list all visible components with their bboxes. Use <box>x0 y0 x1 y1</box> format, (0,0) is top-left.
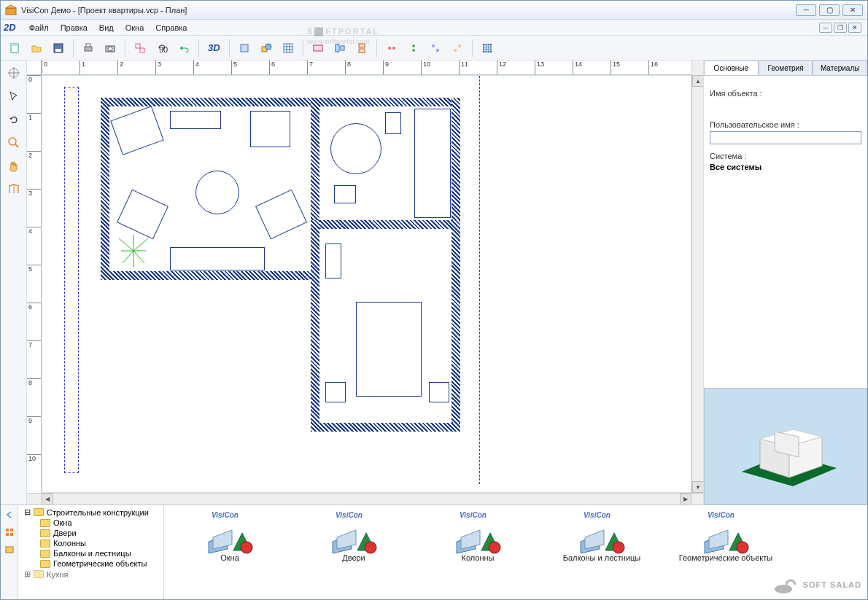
tree-item-doors[interactable]: Двери <box>20 528 162 538</box>
maximize-button[interactable]: ▢ <box>819 4 840 16</box>
wall[interactable] <box>311 220 460 229</box>
vertical-ruler[interactable]: 012345678910 <box>27 75 42 493</box>
close-button[interactable]: ✕ <box>842 4 863 16</box>
furniture-plant[interactable] <box>115 233 152 269</box>
mdi-restore[interactable]: ❐ <box>834 23 847 33</box>
furniture-chair[interactable] <box>385 112 401 134</box>
ruler-tick: 0 <box>42 61 47 74</box>
origin-tool[interactable] <box>4 63 24 82</box>
mode-2d-label[interactable]: 2D <box>4 22 16 33</box>
scroll-up-button[interactable]: ▲ <box>692 75 704 87</box>
svg-rect-24 <box>359 44 365 47</box>
ruler-tick: 8 <box>27 378 41 386</box>
furniture-round-table[interactable] <box>195 171 239 214</box>
wall[interactable] <box>101 98 109 280</box>
ruler-tick: 4 <box>27 227 41 235</box>
dist4-button[interactable] <box>448 39 467 58</box>
tab-materials[interactable]: Материалы <box>813 61 867 75</box>
rotate-tool[interactable] <box>4 110 24 129</box>
menu-view[interactable]: Вид <box>93 22 120 34</box>
align1-button[interactable] <box>330 39 349 58</box>
scroll-left-button[interactable]: ◀ <box>42 494 53 505</box>
hand-tool[interactable] <box>4 157 24 176</box>
wall[interactable] <box>452 220 460 432</box>
scroll-right-button[interactable]: ▶ <box>680 494 691 505</box>
furniture-round-table[interactable] <box>330 123 381 174</box>
folder-icon <box>34 570 44 578</box>
print-button[interactable] <box>79 39 98 58</box>
catalog-item[interactable]: VisiCon Колонны <box>427 513 529 592</box>
property-tabs: Основные Геометрия Материалы <box>704 61 867 76</box>
window-tool-button[interactable] <box>235 39 254 58</box>
tab-basic[interactable]: Основные <box>704 61 759 75</box>
vertical-scrollbar[interactable]: ▲ ▼ <box>691 75 703 493</box>
furniture-kitchen-counter[interactable] <box>414 109 451 218</box>
mdi-close[interactable]: ✕ <box>848 23 861 33</box>
floor-plan-canvas[interactable] <box>42 75 691 493</box>
wall[interactable] <box>311 423 460 432</box>
wall[interactable] <box>101 271 319 280</box>
new-file-button[interactable] <box>5 39 24 58</box>
catalog-settings-button[interactable] <box>2 543 17 556</box>
user-name-input[interactable] <box>710 131 861 144</box>
rotate-90-button[interactable]: 90 <box>152 39 171 58</box>
tree-root[interactable]: ⊟Строительные конструкции <box>20 507 162 518</box>
undo-button[interactable] <box>174 39 193 58</box>
furniture-chair[interactable] <box>334 185 356 203</box>
catalog-tree[interactable]: ⊟Строительные конструкции Окна Двери Кол… <box>18 505 164 599</box>
tree-item-windows[interactable]: Окна <box>20 518 162 528</box>
pointer-tool[interactable] <box>4 87 24 106</box>
furniture-armchair[interactable] <box>250 111 290 147</box>
zoom-tool[interactable] <box>4 133 24 152</box>
furniture-nightstand[interactable] <box>429 382 449 402</box>
dist3-button[interactable] <box>426 39 445 58</box>
scroll-down-button[interactable]: ▼ <box>692 481 704 493</box>
menu-edit[interactable]: Правка <box>55 22 93 34</box>
tree-item-balconies[interactable]: Балконы и лестницы <box>20 548 162 558</box>
catalog-item[interactable]: VisiCon Окна <box>179 513 281 592</box>
tab-geometry[interactable]: Геометрия <box>759 61 813 75</box>
catalog-back-button[interactable] <box>2 508 17 521</box>
tree-item-geometry[interactable]: Геометрические объекты <box>20 558 162 569</box>
ruler-tick: 14 <box>573 61 582 74</box>
ruler-tick: 15 <box>611 61 620 74</box>
catalog-item[interactable]: VisiCon Двери <box>303 513 405 592</box>
horizontal-ruler[interactable]: 012345678910111213141516 <box>42 61 691 75</box>
furniture-wardrobe[interactable] <box>325 243 341 278</box>
snap-grid-button[interactable] <box>478 39 497 58</box>
horizontal-scrollbar[interactable]: ◀ ▶ <box>27 493 703 504</box>
preview-3d[interactable] <box>704 388 867 504</box>
furniture-bed[interactable] <box>356 302 422 397</box>
menu-file[interactable]: Файл <box>23 22 55 34</box>
wall[interactable] <box>311 98 460 106</box>
minimize-button[interactable]: ─ <box>796 4 816 16</box>
catalog-view-button[interactable] <box>2 526 17 539</box>
tree-item-overflow[interactable]: ⊞Кухня <box>20 569 162 580</box>
catalog-item-icon: VisiCon <box>204 513 255 549</box>
menu-windows[interactable]: Окна <box>120 22 150 34</box>
wall[interactable] <box>311 220 319 432</box>
svg-point-72 <box>365 542 376 553</box>
grid-button[interactable] <box>279 39 298 58</box>
save-button[interactable] <box>49 39 68 58</box>
furniture-shelf[interactable] <box>170 111 221 129</box>
dist2-button[interactable] <box>404 39 423 58</box>
open-file-button[interactable] <box>27 39 46 58</box>
group-button[interactable] <box>131 39 150 58</box>
mode-3d-button[interactable]: 3D <box>204 39 224 58</box>
wall[interactable] <box>452 98 460 229</box>
wall[interactable] <box>101 98 319 106</box>
camera-button[interactable] <box>101 39 120 58</box>
furniture-sofa[interactable] <box>170 247 265 270</box>
catalog-item[interactable]: VisiCon Балконы и лестницы <box>551 513 653 592</box>
furniture-nightstand[interactable] <box>325 382 346 402</box>
align2-button[interactable] <box>352 39 371 58</box>
tree-item-columns[interactable]: Колонны <box>20 538 162 548</box>
walls-tool[interactable] <box>4 180 24 199</box>
layers-button[interactable] <box>309 39 328 58</box>
catalog-item[interactable]: VisiCon Геометрические объекты <box>675 513 777 592</box>
dist1-button[interactable] <box>382 39 401 58</box>
shapes-button[interactable] <box>257 39 276 58</box>
mdi-minimize[interactable]: ─ <box>819 23 832 33</box>
menu-help[interactable]: Справка <box>150 22 193 34</box>
